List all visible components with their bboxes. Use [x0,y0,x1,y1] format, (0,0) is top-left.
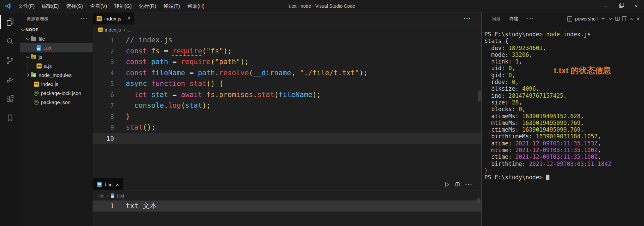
editor-group: JS index.js × ··· JS index.js … 1// inde… [93,12,481,226]
terminal-line-16: atime: 2021-12-09T03:11:35.153Z, [484,140,644,147]
restore-button[interactable] [613,0,629,12]
tree-item-node-modules[interactable]: node_modules [20,71,93,80]
menu-item-0[interactable]: 文件(F) [14,0,38,12]
code-line-7: 7 console.log(stat); [93,100,481,111]
tree-item-file[interactable]: file [20,34,93,43]
tab-t-txt[interactable]: t.txt × [93,178,123,190]
tab-problems[interactable]: 问题 [492,12,501,25]
maximize-panel-icon[interactable] [629,16,634,21]
breadcrumb-folder[interactable]: file [98,193,104,198]
line-content: txt 文本 [114,200,157,212]
tree-item-package-lock-json[interactable]: JSpackage-lock.json [20,89,93,98]
tree-item-node[interactable]: NODE [20,25,93,34]
sidebar-more-icon[interactable]: ··· [80,16,88,21]
terminal-dropdown-icon[interactable] [608,16,612,21]
tab-index-js[interactable]: JS index.js × [93,12,135,25]
folder-icon [31,55,36,59]
line-number: 1 [93,200,114,212]
activity-run-debug-button[interactable] [0,70,20,89]
line-number: 6 [93,89,114,100]
close-icon: × [635,3,638,9]
code-line-1: 1// index.js [93,35,481,46]
kill-terminal-icon[interactable] [623,17,626,21]
txt-file-icon [111,193,114,198]
tree-item-a-js[interactable]: JSa.js [20,61,93,71]
tree-item-t-txt[interactable]: t.txt [20,43,93,52]
menu-item-4[interactable]: 转到(G) [111,0,136,12]
shell-selector[interactable]: powershell [575,16,598,21]
terminal-line-11: blocks: 0, [484,106,644,112]
line-number: 5 [93,78,114,89]
activity-explorer-button[interactable] [0,12,20,32]
minimize-button[interactable] [598,0,613,12]
explorer-sidebar: 资源管理器 ··· NODEfilet.txtjsJSa.jsnode_modu… [20,12,93,226]
bookmark-icon [6,114,14,122]
chevron-down-icon [26,37,30,40]
activity-bookmarks-button[interactable] [0,108,20,127]
line-number: 7 [93,100,114,111]
tab-close-icon[interactable]: × [116,182,119,187]
menu-item-7[interactable]: 帮助(H) [184,0,208,12]
bottom-more-icon[interactable]: ··· [465,182,473,187]
terminal-line-12: atimeMs: 1639019495152.628, [484,113,644,120]
terminal-panel: 问题 终端 ··· powershell + × PS F:\study\nod… [481,12,644,226]
terminal-line-1: Stats { [484,38,644,44]
terminal-line-15: birthtimeMs: 1639019031184.1057, [484,133,644,140]
bottom-scrollbar[interactable] [477,198,480,204]
terminal-output[interactable]: PS F:\study\node> node index.jsStats { d… [482,25,644,181]
run-icon[interactable] [444,182,450,187]
window-controls: × [598,0,644,12]
editor-scrollbar[interactable] [478,91,481,101]
tree-item-js[interactable]: js [20,52,93,61]
line-content [114,133,126,144]
terminal-line-20: } [484,167,644,174]
activity-search-button[interactable] [0,32,20,51]
code-line-9: 9stat(); [93,122,481,133]
menu-item-2[interactable]: 选择(S) [62,0,87,12]
code-line-3: 3const path = require("path"); [93,56,481,67]
activity-source-control-button[interactable] [0,51,20,70]
tree-item-label: file [39,36,45,42]
tree-item-label: js [39,54,42,60]
txt-editor[interactable]: 1txt 文本 [93,200,481,212]
tree-item-label: NODE [25,27,39,32]
chevron-right-icon [26,74,30,77]
code-editor[interactable]: 1// index.js2const fs = require("fs");3c… [93,35,481,144]
tree-item-package-json[interactable]: JSpackage.json [20,98,93,107]
line-content: const fileName = path.resolve(__dirname,… [114,67,368,79]
tree-item-index-js[interactable]: JSindex.js [20,80,93,89]
split-editor-icon[interactable] [455,182,460,186]
editor-more-icon[interactable]: ··· [464,16,471,21]
tab-label: index.js [104,16,121,21]
panel-more-icon[interactable]: ··· [527,16,534,21]
close-panel-icon[interactable]: × [637,16,640,22]
txt-file-icon [97,182,102,187]
source-control-icon [6,56,14,65]
activity-extensions-button[interactable] [0,89,20,108]
tree-item-label: node_modules [39,72,71,78]
line-content: } [114,111,130,122]
tab-close-icon[interactable]: × [127,15,130,21]
breadcrumb-file[interactable]: t.txt [117,193,124,198]
tree-item-label: t.txt [43,45,51,51]
menu-item-5[interactable]: 运行(R) [136,0,160,12]
line-number: 1 [93,35,114,46]
tree-item-label: package-lock.json [41,90,81,96]
chevron-down-icon [26,55,30,58]
breadcrumb-file[interactable]: index.js [105,27,121,33]
sidebar-header: 资源管理器 ··· [20,12,93,25]
split-terminal-icon[interactable] [615,17,620,21]
search-icon [6,37,14,46]
terminal-line-17: mtime: 2021-12-09T03:11:35.100Z, [484,147,644,153]
menu-item-1[interactable]: 编辑(E) [38,0,62,12]
new-terminal-icon[interactable]: + [601,16,605,22]
menu-item-3[interactable]: 查看(V) [87,0,111,12]
terminal-line-18: ctime: 2021-12-09T03:11:35.100Z, [484,153,644,160]
terminal-line-0: PS F:\study\node> node index.js [484,31,644,38]
breadcrumb-symbol[interactable]: … [127,27,132,33]
file-tree: NODEfilet.txtjsJSa.jsnode_modulesJSindex… [20,25,93,107]
close-button[interactable]: × [629,0,644,12]
tab-terminal[interactable]: 终端 [509,12,519,25]
txt-file-icon [37,45,41,51]
menu-item-6[interactable]: 终端(T) [160,0,184,12]
